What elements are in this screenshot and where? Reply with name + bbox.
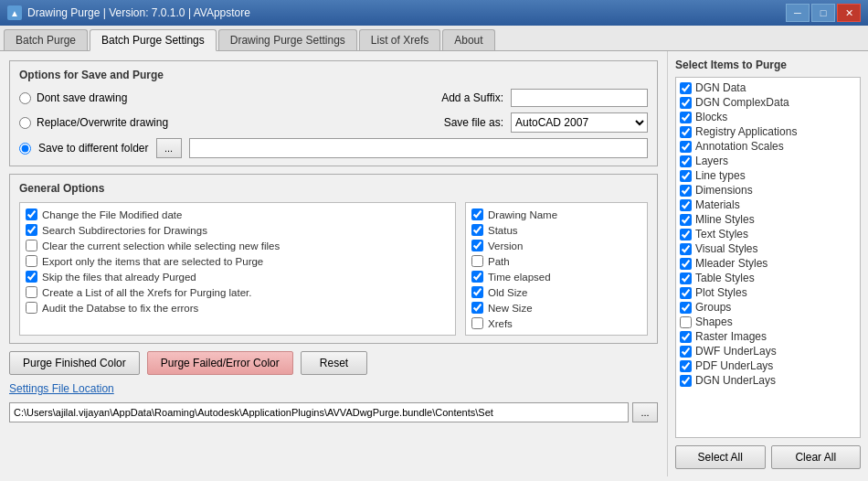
list-item: PDF UnderLays — [680, 359, 856, 372]
check-dgn-complexdata[interactable] — [680, 97, 692, 109]
tab-bar: Batch Purge Batch Purge Settings Drawing… — [0, 26, 868, 51]
label-groups: Groups — [695, 301, 731, 314]
check-clear-selection[interactable] — [26, 240, 37, 251]
check-change-modified[interactable] — [26, 208, 37, 220]
folder-path-input[interactable] — [189, 138, 648, 158]
check-table-styles[interactable] — [680, 273, 692, 284]
check-export-items[interactable] — [26, 255, 37, 267]
maximize-button[interactable]: □ — [811, 4, 835, 22]
label-dgn-complexdata: DGN ComplexData — [695, 96, 789, 109]
list-item: Table Styles — [680, 272, 856, 284]
left-panel: Options for Save and Purge Dont save dra… — [0, 51, 667, 476]
check-row-r4: Time elapsed — [471, 271, 641, 283]
window-title: Drawing Purge | Version: 7.0.1.0 | AVApp… — [27, 6, 250, 19]
general-options-title: General Options — [19, 182, 648, 195]
tab-drawing-purge-settings[interactable]: Drawing Purge Settings — [218, 29, 357, 50]
check-blocks[interactable] — [680, 112, 692, 123]
purge-failed-color-button[interactable]: Purge Failed/Error Color — [147, 351, 293, 375]
dont-save-radio[interactable] — [19, 92, 31, 104]
check-row-0: Change the File Modified date — [26, 208, 450, 220]
check-drawing-name[interactable] — [471, 208, 483, 220]
main-content: Options for Save and Purge Dont save dra… — [0, 51, 868, 476]
check-text-styles[interactable] — [680, 229, 692, 240]
suffix-input[interactable] — [511, 89, 648, 107]
check-time-elapsed[interactable] — [471, 271, 483, 283]
check-visual-styles[interactable] — [680, 243, 692, 255]
check-groups[interactable] — [680, 302, 692, 314]
label-dwf-underlays: DWF UnderLays — [695, 345, 777, 358]
label-dgn-underlays: DGN UnderLays — [695, 374, 776, 387]
label-annotation-scales: Annotation Scales — [695, 140, 784, 153]
check-pdf-underlays[interactable] — [680, 360, 692, 372]
check-new-size[interactable] — [471, 302, 483, 314]
tab-batch-purge[interactable]: Batch Purge — [4, 29, 88, 50]
settings-file-location-link[interactable]: Settings File Location — [9, 382, 114, 395]
check-version[interactable] — [471, 240, 483, 251]
check-search-subdirs[interactable] — [26, 224, 37, 236]
check-row-2: Clear the current selection while select… — [26, 240, 450, 251]
label-mline-styles: Mline Styles — [695, 213, 755, 226]
check-create-xrefs-list[interactable] — [26, 286, 37, 298]
list-item: Registry Applications — [680, 125, 856, 138]
check-label-6: Audit the Databse to fix the errors — [42, 303, 198, 314]
check-plot-styles[interactable] — [680, 287, 692, 299]
settings-path-input[interactable] — [9, 402, 629, 422]
folder-browse-button[interactable]: ... — [156, 138, 182, 158]
close-button[interactable]: ✕ — [837, 4, 861, 22]
check-row-r2: Version — [471, 240, 641, 251]
clear-all-button[interactable]: Clear All — [771, 445, 862, 469]
check-annotation-scales[interactable] — [680, 141, 692, 153]
label-dimensions: Dimensions — [695, 184, 753, 197]
check-status[interactable] — [471, 224, 483, 236]
check-registry-apps[interactable] — [680, 126, 692, 138]
check-row-r5: Old Size — [471, 286, 641, 298]
check-dgn-data[interactable] — [680, 82, 692, 94]
window-controls: ─ □ ✕ — [786, 4, 861, 22]
tab-batch-purge-settings[interactable]: Batch Purge Settings — [90, 29, 217, 51]
check-dgn-underlays[interactable] — [680, 375, 692, 387]
label-raster-images: Raster Images — [695, 330, 767, 343]
replace-label: Replace/Overwrite drawing — [37, 116, 168, 129]
check-skip-purged[interactable] — [26, 271, 37, 283]
check-path[interactable] — [471, 255, 483, 267]
save-diff-radio[interactable] — [19, 143, 31, 155]
purge-finished-color-button[interactable]: Purge Finished Color — [9, 351, 140, 375]
check-materials[interactable] — [680, 199, 692, 211]
replace-radio[interactable] — [19, 117, 31, 129]
save-diff-label: Save to different folder — [38, 142, 149, 155]
label-mleader-styles: Mleader Styles — [695, 257, 767, 270]
options-right-col: Drawing Name Status Version Path — [465, 202, 648, 336]
check-mline-styles[interactable] — [680, 214, 692, 226]
select-all-button[interactable]: Select All — [675, 445, 766, 469]
check-mleader-styles[interactable] — [680, 258, 692, 270]
check-line-types[interactable] — [680, 170, 692, 182]
dont-save-label: Dont save drawing — [37, 91, 127, 104]
check-label-4: Skip the files that already Purged — [42, 272, 196, 283]
check-row-r3: Path — [471, 255, 641, 267]
minimize-button[interactable]: ─ — [786, 4, 810, 22]
reset-button[interactable]: Reset — [301, 351, 367, 375]
check-layers[interactable] — [680, 155, 692, 167]
check-dwf-underlays[interactable] — [680, 346, 692, 358]
check-dimensions[interactable] — [680, 185, 692, 197]
list-item: Groups — [680, 301, 856, 314]
tab-list-of-xrefs[interactable]: List of Xrefs — [359, 29, 440, 50]
check-row-r6: New Size — [471, 302, 641, 314]
title-bar-left: ▲ Drawing Purge | Version: 7.0.1.0 | AVA… — [7, 5, 250, 20]
list-item: Mleader Styles — [680, 257, 856, 270]
check-label-3: Export only the items that are selected … — [42, 256, 263, 267]
list-item: Text Styles — [680, 228, 856, 240]
tab-about[interactable]: About — [442, 29, 494, 50]
replace-radio-row: Replace/Overwrite drawing — [19, 116, 168, 129]
check-old-size[interactable] — [471, 286, 483, 298]
list-item: Blocks — [680, 111, 856, 123]
check-audit-db[interactable] — [26, 302, 37, 314]
save-as-select[interactable]: AutoCAD 2007 AutoCAD 2010 AutoCAD 2013 A… — [511, 112, 648, 133]
check-label-r1: Status — [488, 225, 518, 236]
label-layers: Layers — [695, 155, 728, 167]
check-raster-images[interactable] — [680, 331, 692, 343]
check-xrefs[interactable] — [471, 317, 483, 329]
check-shapes[interactable] — [680, 316, 692, 328]
right-panel: Select Items to Purge DGN Data DGN Compl… — [667, 51, 868, 476]
settings-browse-button[interactable]: ... — [632, 402, 658, 422]
